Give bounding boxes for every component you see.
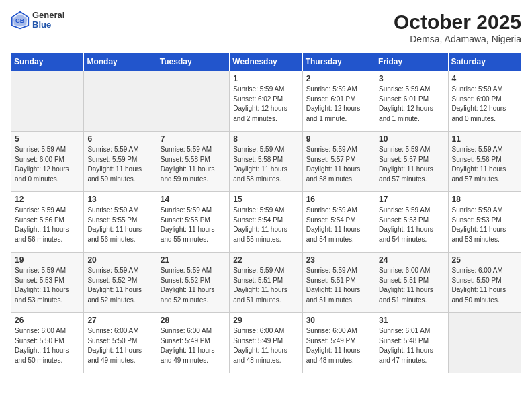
day-info: Sunrise: 6:00 AMSunset: 5:50 PMDaylight:… [15, 326, 80, 365]
day-number: 12 [15, 195, 80, 204]
day-number: 22 [233, 255, 298, 265]
day-info: Sunrise: 5:59 AMSunset: 5:55 PMDaylight:… [161, 205, 226, 244]
calendar-cell: 7Sunrise: 5:59 AMSunset: 5:58 PMDaylight… [157, 132, 229, 192]
day-info: Sunrise: 5:59 AMSunset: 5:52 PMDaylight:… [161, 266, 226, 305]
day-number: 23 [306, 255, 371, 265]
calendar-cell: 2Sunrise: 5:59 AMSunset: 6:01 PMDaylight… [302, 71, 375, 132]
calendar-cell: 6Sunrise: 5:59 AMSunset: 5:59 PMDaylight… [84, 132, 157, 192]
calendar-cell: 16Sunrise: 5:59 AMSunset: 5:54 PMDayligh… [302, 192, 375, 253]
day-info: Sunrise: 5:59 AMSunset: 6:01 PMDaylight:… [306, 85, 371, 124]
day-info: Sunrise: 5:59 AMSunset: 5:59 PMDaylight:… [87, 145, 152, 184]
calendar-cell: 25Sunrise: 6:00 AMSunset: 5:50 PMDayligh… [448, 253, 521, 313]
day-info: Sunrise: 5:59 AMSunset: 5:53 PMDaylight:… [452, 205, 517, 244]
calendar-cell: 8Sunrise: 5:59 AMSunset: 5:58 PMDaylight… [230, 132, 302, 192]
day-info: Sunrise: 5:59 AMSunset: 5:58 PMDaylight:… [233, 145, 298, 184]
day-info: Sunrise: 6:00 AMSunset: 5:50 PMDaylight:… [87, 326, 152, 365]
calendar-cell: 17Sunrise: 5:59 AMSunset: 5:53 PMDayligh… [375, 192, 448, 253]
calendar-cell: 3Sunrise: 5:59 AMSunset: 6:01 PMDaylight… [375, 71, 448, 132]
day-info: Sunrise: 5:59 AMSunset: 6:02 PMDaylight:… [233, 85, 298, 124]
calendar-cell: 11Sunrise: 5:59 AMSunset: 5:56 PMDayligh… [448, 132, 521, 192]
day-number: 31 [379, 316, 444, 325]
day-info: Sunrise: 5:59 AMSunset: 5:51 PMDaylight:… [233, 266, 298, 305]
calendar-cell: 13Sunrise: 5:59 AMSunset: 5:55 PMDayligh… [84, 192, 157, 253]
calendar-cell: 15Sunrise: 5:59 AMSunset: 5:54 PMDayligh… [230, 192, 302, 253]
day-number: 26 [15, 316, 80, 325]
day-info: Sunrise: 6:00 AMSunset: 5:50 PMDaylight:… [452, 266, 517, 305]
calendar-cell: 24Sunrise: 6:00 AMSunset: 5:51 PMDayligh… [375, 253, 448, 313]
day-number: 4 [452, 74, 517, 83]
calendar-cell [11, 71, 84, 132]
day-number: 5 [15, 134, 80, 144]
day-info: Sunrise: 5:59 AMSunset: 5:53 PMDaylight:… [379, 205, 444, 244]
weekday-header-row: SundayMondayTuesdayWednesdayThursdayFrid… [11, 53, 521, 71]
calendar-week-row: 1Sunrise: 5:59 AMSunset: 6:02 PMDaylight… [11, 71, 521, 132]
day-info: Sunrise: 5:59 AMSunset: 5:53 PMDaylight:… [15, 266, 80, 305]
calendar-cell: 30Sunrise: 6:00 AMSunset: 5:49 PMDayligh… [302, 313, 375, 373]
calendar-cell: 18Sunrise: 5:59 AMSunset: 5:53 PMDayligh… [448, 192, 521, 253]
day-info: Sunrise: 5:59 AMSunset: 6:01 PMDaylight:… [379, 85, 444, 124]
day-number: 19 [15, 255, 80, 265]
weekday-header-friday: Friday [375, 53, 448, 71]
day-number: 28 [161, 316, 226, 325]
day-info: Sunrise: 6:00 AMSunset: 5:51 PMDaylight:… [379, 266, 444, 305]
day-number: 25 [452, 255, 517, 265]
day-number: 1 [233, 74, 298, 83]
calendar-cell: 14Sunrise: 5:59 AMSunset: 5:55 PMDayligh… [157, 192, 229, 253]
calendar-cell: 31Sunrise: 6:01 AMSunset: 5:48 PMDayligh… [375, 313, 448, 373]
calendar-cell: 9Sunrise: 5:59 AMSunset: 5:57 PMDaylight… [302, 132, 375, 192]
calendar-week-row: 26Sunrise: 6:00 AMSunset: 5:50 PMDayligh… [11, 313, 521, 373]
calendar-week-row: 12Sunrise: 5:59 AMSunset: 5:56 PMDayligh… [11, 192, 521, 253]
logo-text: General Blue [32, 11, 64, 30]
calendar-cell: 26Sunrise: 6:00 AMSunset: 5:50 PMDayligh… [11, 313, 84, 373]
day-number: 11 [452, 134, 517, 144]
calendar-week-row: 19Sunrise: 5:59 AMSunset: 5:53 PMDayligh… [11, 253, 521, 313]
day-number: 17 [379, 195, 444, 204]
calendar-week-row: 5Sunrise: 5:59 AMSunset: 6:00 PMDaylight… [11, 132, 521, 192]
day-number: 21 [161, 255, 226, 265]
calendar-table: SundayMondayTuesdayWednesdayThursdayFrid… [11, 52, 521, 373]
day-info: Sunrise: 5:59 AMSunset: 5:52 PMDaylight:… [87, 266, 152, 305]
day-number: 7 [161, 134, 226, 144]
logo: GB General Blue [11, 11, 64, 30]
weekday-header-wednesday: Wednesday [230, 53, 302, 71]
day-number: 10 [379, 134, 444, 144]
month-title: October 2025 [394, 11, 521, 34]
weekday-header-sunday: Sunday [11, 53, 84, 71]
calendar-cell: 5Sunrise: 5:59 AMSunset: 6:00 PMDaylight… [11, 132, 84, 192]
logo-blue: Blue [32, 20, 64, 30]
day-number: 6 [87, 134, 152, 144]
calendar-cell: 22Sunrise: 5:59 AMSunset: 5:51 PMDayligh… [230, 253, 302, 313]
day-info: Sunrise: 5:59 AMSunset: 5:54 PMDaylight:… [233, 205, 298, 244]
day-info: Sunrise: 5:59 AMSunset: 5:57 PMDaylight:… [306, 145, 371, 184]
day-info: Sunrise: 6:00 AMSunset: 5:49 PMDaylight:… [161, 326, 226, 365]
day-number: 16 [306, 195, 371, 204]
weekday-header-monday: Monday [84, 53, 157, 71]
day-number: 18 [452, 195, 517, 204]
day-number: 29 [233, 316, 298, 325]
day-number: 24 [379, 255, 444, 265]
day-info: Sunrise: 5:59 AMSunset: 5:51 PMDaylight:… [306, 266, 371, 305]
day-info: Sunrise: 5:59 AMSunset: 6:00 PMDaylight:… [452, 85, 517, 124]
calendar-cell: 19Sunrise: 5:59 AMSunset: 5:53 PMDayligh… [11, 253, 84, 313]
calendar-cell: 28Sunrise: 6:00 AMSunset: 5:49 PMDayligh… [157, 313, 229, 373]
day-info: Sunrise: 5:59 AMSunset: 5:56 PMDaylight:… [15, 205, 80, 244]
day-info: Sunrise: 5:59 AMSunset: 5:56 PMDaylight:… [452, 145, 517, 184]
calendar-cell: 1Sunrise: 5:59 AMSunset: 6:02 PMDaylight… [230, 71, 302, 132]
day-number: 14 [161, 195, 226, 204]
svg-text:GB: GB [15, 17, 24, 24]
day-info: Sunrise: 6:00 AMSunset: 5:49 PMDaylight:… [233, 326, 298, 365]
day-info: Sunrise: 5:59 AMSunset: 5:54 PMDaylight:… [306, 205, 371, 244]
day-number: 27 [87, 316, 152, 325]
calendar-cell [448, 313, 521, 373]
title-block: October 2025 Demsa, Adamawa, Nigeria [394, 11, 521, 44]
day-info: Sunrise: 6:01 AMSunset: 5:48 PMDaylight:… [379, 326, 444, 365]
day-info: Sunrise: 5:59 AMSunset: 5:57 PMDaylight:… [379, 145, 444, 184]
day-number: 3 [379, 74, 444, 83]
calendar-cell: 27Sunrise: 6:00 AMSunset: 5:50 PMDayligh… [84, 313, 157, 373]
calendar-cell [157, 71, 229, 132]
day-info: Sunrise: 5:59 AMSunset: 5:55 PMDaylight:… [87, 205, 152, 244]
day-number: 13 [87, 195, 152, 204]
location-subtitle: Demsa, Adamawa, Nigeria [394, 34, 521, 44]
day-number: 15 [233, 195, 298, 204]
weekday-header-tuesday: Tuesday [157, 53, 229, 71]
